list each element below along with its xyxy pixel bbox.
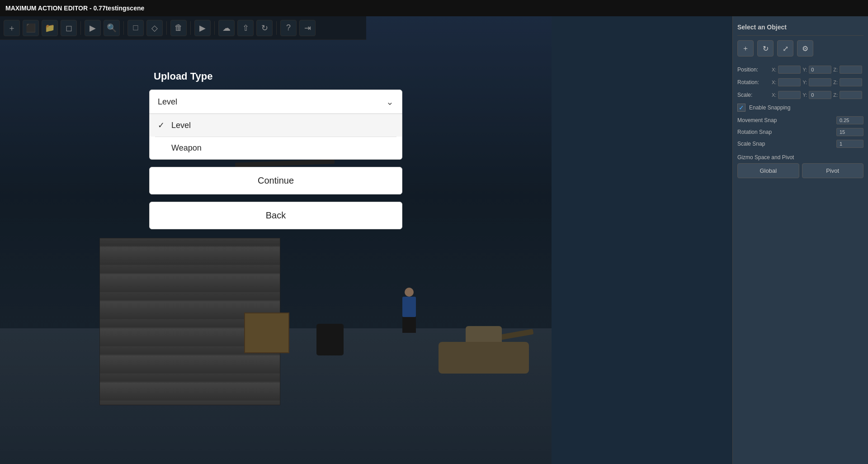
enable-snapping-label: Enable Snapping (749, 104, 790, 111)
scale-label: Scale: (737, 92, 769, 98)
gizmo-buttons: Global Pivot (737, 163, 863, 178)
scale-snap-row: Scale Snap (737, 140, 863, 148)
scale-snap-label: Scale Snap (737, 141, 836, 147)
position-z-label: Z: (833, 67, 838, 72)
panel-title: Select an Object (737, 21, 863, 36)
enable-snapping-checkbox[interactable]: ✓ (737, 104, 745, 112)
scale-z-input[interactable] (840, 91, 862, 99)
rotation-snap-label: Rotation Snap (737, 129, 836, 135)
app-title: MAXIMUM ACTION EDITOR - 0.77testingscene (5, 5, 144, 12)
rotation-y-input[interactable] (809, 78, 831, 86)
scale-x-label: X: (772, 92, 776, 98)
rotation-snap-input[interactable] (836, 128, 863, 136)
expand-button[interactable]: ⤢ (777, 40, 793, 57)
scale-z-label: Z: (833, 92, 838, 98)
position-x-label: X: (772, 67, 776, 72)
rotation-xyz: X: Y: Z: (772, 78, 862, 86)
dropdown-container: Level ⌄ ✓ Level Weapon (149, 90, 402, 160)
scale-row: Scale: X: Y: Z: (737, 91, 863, 99)
rotation-z-input[interactable] (840, 78, 862, 86)
upload-type-modal: Upload Type Level ⌄ ✓ Level Weapon Conti… (149, 71, 402, 229)
position-x-input[interactable] (778, 66, 801, 74)
rotation-snap-row: Rotation Snap (737, 128, 863, 136)
enable-snapping-row: ✓ Enable Snapping (737, 104, 863, 112)
position-z-input[interactable] (840, 66, 862, 74)
rotation-label: Rotation: (737, 79, 769, 85)
settings-button[interactable]: ⚙ (797, 40, 813, 57)
titlebar: MAXIMUM ACTION EDITOR - 0.77testingscene (0, 0, 868, 16)
rotation-x-label: X: (772, 80, 776, 85)
modal-overlay: Upload Type Level ⌄ ✓ Level Weapon Conti… (0, 16, 552, 464)
add-object-button[interactable]: ＋ (737, 40, 754, 57)
rotation-row: Rotation: X: Y: Z: (737, 78, 863, 86)
chevron-down-icon: ⌄ (386, 96, 394, 107)
rotation-y-label: Y: (802, 80, 807, 85)
position-row: Position: X: Y: Z: (737, 66, 863, 74)
right-panel: Select an Object ＋ ↻ ⤢ ⚙ Position: X: Y:… (732, 16, 868, 464)
position-y-input[interactable] (809, 66, 831, 74)
movement-snap-row: Movement Snap (737, 116, 863, 124)
position-y-label: Y: (802, 67, 807, 72)
scale-snap-input[interactable] (836, 140, 863, 148)
rotate-button[interactable]: ↻ (757, 40, 774, 57)
dropdown-selected[interactable]: Level ⌄ (149, 90, 402, 114)
dropdown-option-level[interactable]: ✓ Level (150, 114, 402, 137)
gizmo-section: Gizmo Space and Pivot Global Pivot (737, 154, 863, 178)
gizmo-label: Gizmo Space and Pivot (737, 154, 863, 161)
back-button[interactable]: Back (149, 202, 402, 229)
gizmo-pivot-button[interactable]: Pivot (802, 163, 864, 178)
panel-icon-row: ＋ ↻ ⤢ ⚙ (737, 40, 863, 60)
dropdown-list: ✓ Level Weapon (149, 114, 402, 160)
modal-title: Upload Type (154, 71, 212, 82)
scale-xyz: X: Y: Z: (772, 91, 862, 99)
continue-button[interactable]: Continue (149, 167, 402, 194)
dropdown-selected-value: Level (158, 97, 177, 107)
rotation-x-input[interactable] (778, 78, 801, 86)
dropdown-weapon-label: Weapon (171, 143, 202, 153)
gizmo-global-button[interactable]: Global (737, 163, 799, 178)
scale-y-input[interactable] (809, 91, 831, 99)
scale-x-input[interactable] (778, 91, 801, 99)
dropdown-level-label: Level (171, 121, 191, 130)
position-label: Position: (737, 66, 769, 73)
movement-snap-input[interactable] (836, 116, 863, 124)
movement-snap-label: Movement Snap (737, 117, 836, 123)
dropdown-check-icon: ✓ (158, 120, 167, 130)
position-xyz: X: Y: Z: (772, 66, 862, 74)
rotation-z-label: Z: (833, 80, 838, 85)
scale-y-label: Y: (802, 92, 807, 98)
dropdown-option-weapon[interactable]: Weapon (150, 137, 402, 159)
